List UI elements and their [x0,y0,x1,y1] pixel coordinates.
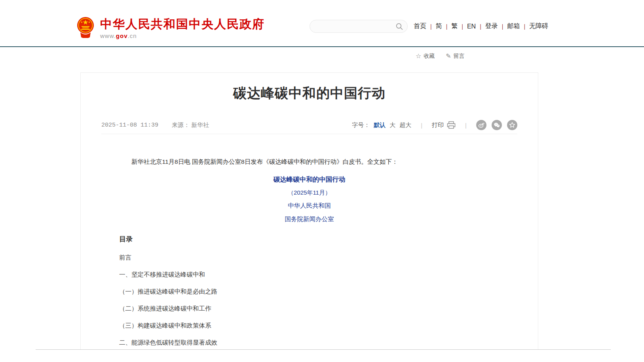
nav-simplified[interactable]: 简 [435,22,443,30]
toc-item: （二）系统推进碳达峰碳中和工作 [119,305,500,312]
toc-item: （一）推进碳达峰碳中和是必由之路 [119,288,500,295]
meta-left: 2025-11-08 11:39 来源： 新华社 [101,121,209,129]
site-url-gov: gov [116,32,128,39]
font-size-xlarge[interactable]: 超大 [399,121,411,129]
page: 中华人民共和国中央人民政府 www.gov.cn 首页 | 简 | 繁 | EN… [0,0,644,362]
nav-accessibility[interactable]: 无障碍 [529,22,549,30]
doc-title: 碳达峰碳中和的中国行动 [119,175,500,184]
source: 来源： 新华社 [172,121,209,129]
article-body: 新华社北京11月8日电 国务院新闻办公室8日发布《碳达峰碳中和的中国行动》白皮书… [81,157,538,350]
article-card: 碳达峰碳中和的中国行动 2025-11-08 11:39 来源： 新华社 字号：… [80,72,538,350]
national-emblem-icon [76,17,95,38]
star-icon: ☆ [416,52,421,60]
meta-separator: | [421,122,422,129]
search-icon[interactable] [395,23,403,30]
meta-divider [101,134,517,134]
nav-home[interactable]: 首页 [413,22,427,30]
site-url: www.gov.cn [100,32,265,39]
site-title: 中华人民共和国中央人民政府 [100,17,265,30]
search-box [310,20,408,33]
nav-separator: | [502,23,503,30]
site-url-suffix: .cn [128,32,137,39]
header-divider [0,46,644,47]
site-header: 中华人民共和国中央人民政府 www.gov.cn 首页 | 简 | 繁 | EN… [0,0,644,46]
nav-separator: | [430,23,432,30]
favorite-label: 收藏 [424,53,435,60]
footer-divider [36,349,611,350]
article-meta: 2025-11-08 11:39 来源： 新华社 字号： 默认 大 超大 | 打… [81,120,538,134]
weibo-icon[interactable] [476,120,486,130]
print-button[interactable]: 打印 [432,121,456,129]
toc-title: 目录 [119,235,500,244]
publish-date: 2025-11-08 11:39 [101,122,158,129]
qzone-star-icon[interactable] [507,120,517,130]
toc-item: 前言 [119,254,500,261]
printer-icon [447,121,456,129]
meta-separator: | [465,122,467,129]
nav-separator: | [446,23,448,30]
nav-english[interactable]: EN [467,23,476,30]
top-nav: 首页 | 简 | 繁 | EN | 登录 | 邮箱 | 无障碍 [413,22,549,30]
source-value: 新华社 [191,121,209,128]
site-url-prefix: www. [100,32,116,39]
doc-author-line2: 国务院新闻办公室 [119,215,500,224]
nav-separator: | [524,23,525,30]
source-label: 来源： [172,121,190,128]
article-title: 碳达峰碳中和的中国行动 [81,84,538,102]
doc-author-line1: 中华人民共和国 [119,202,500,210]
print-label: 打印 [432,121,444,129]
search-input[interactable] [316,23,395,30]
nav-separator: | [480,23,481,30]
lead-paragraph: 新华社北京11月8日电 国务院新闻办公室8日发布《碳达峰碳中和的中国行动》白皮书… [119,157,500,167]
pencil-icon: ✎ [446,52,451,60]
toc-item: 二、能源绿色低碳转型取得显著成效 [119,339,500,346]
page-tools: ☆ 收藏 ✎ 留言 [416,52,465,60]
share-buttons [476,120,517,130]
meta-right: 字号： 默认 大 超大 | 打印 | [352,120,517,130]
nav-traditional[interactable]: 繁 [451,22,458,30]
message-label: 留言 [454,53,465,60]
nav-mail[interactable]: 邮箱 [507,22,520,30]
favorite-button[interactable]: ☆ 收藏 [416,52,435,60]
site-text: 中华人民共和国中央人民政府 www.gov.cn [100,17,265,39]
nav-login[interactable]: 登录 [485,22,498,30]
font-size-default[interactable]: 默认 [374,121,386,129]
toc-item: （三）构建碳达峰碳中和政策体系 [119,322,500,329]
doc-date: （2025年11月） [119,189,500,197]
font-size-large[interactable]: 大 [389,121,395,129]
font-size-label: 字号： [352,121,370,129]
message-button[interactable]: ✎ 留言 [446,52,464,60]
toc-item: 一、坚定不移推进碳达峰碳中和 [119,271,500,278]
nav-separator: | [462,23,463,30]
wechat-icon[interactable] [492,120,502,130]
site-logo-link[interactable]: 中华人民共和国中央人民政府 www.gov.cn [76,17,265,39]
